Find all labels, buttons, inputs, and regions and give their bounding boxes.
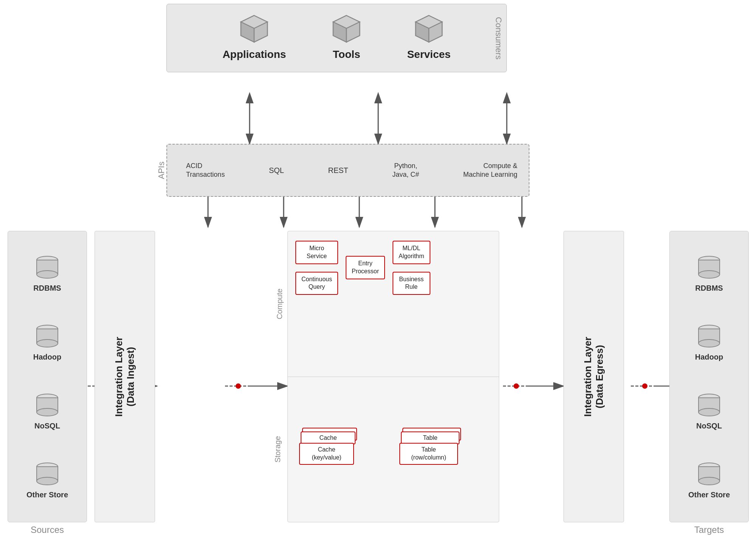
svg-point-15 [236,383,241,389]
svg-point-53 [699,271,720,278]
cache-stack: Cache Cache Cache(key/value) [299,434,354,465]
business-rule-box: BusinessRule [393,272,430,295]
target-other-label: Other Store [688,491,730,499]
targets-panel: RDBMS Hadoop NoSQL [669,231,749,522]
api-python: Python, Java, C# [392,162,419,179]
source-rdbms: RDBMS [33,254,61,293]
cylinder-icon-target-rdbms [696,254,722,281]
cylinder-icon-source-nosql [34,392,61,419]
targets-footer-label: Targets [694,525,724,535]
target-hadoop: Hadoop [695,323,723,361]
cylinder-icon-target-nosql [696,392,722,419]
svg-point-59 [699,408,720,416]
svg-point-18 [514,383,519,389]
source-hadoop: Hadoop [33,323,61,361]
source-rdbms-label: RDBMS [33,284,61,293]
integration-ingest-label: Integration Layer(Data Ingest) [113,337,136,417]
sources-footer-label: Sources [31,525,64,535]
compute-label: Compute [275,288,284,319]
applications-label: Applications [222,48,286,61]
consumer-services: Services [407,14,450,61]
continuous-query-box: ContinuousQuery [295,272,338,295]
core-section: Compute Storage MicroService ContinuousQ… [287,231,499,522]
apis-label: APIs [157,162,166,179]
cube-icon-applications [239,14,269,44]
consumer-tools: Tools [331,14,362,61]
svg-point-47 [37,408,58,416]
source-nosql: NoSQL [34,392,61,430]
svg-point-56 [699,340,720,347]
services-label: Services [407,48,450,61]
target-rdbms-label: RDBMS [695,284,723,293]
svg-point-62 [699,477,720,485]
cylinder-icon-source-other [34,461,61,487]
cube-icon-services [414,14,444,44]
source-other: Other Store [26,461,68,499]
entry-processor-box: EntryProcessor [346,256,385,279]
api-acid: ACID Transactions [186,162,225,179]
cylinder-icon-target-other [696,461,722,487]
tools-label: Tools [333,48,360,61]
cylinder-icon-source-rdbms [34,254,61,281]
consumer-applications: Applications [222,14,286,61]
apis-section: APIs ACID Transactions SQL REST Python, … [166,144,529,197]
consumers-section: Consumers Applications [166,4,507,72]
source-nosql-label: NoSQL [34,422,60,430]
table-box-2: Table [401,431,459,444]
target-rdbms: RDBMS [695,254,723,293]
cube-icon-tools [331,14,362,44]
svg-point-21 [642,383,647,389]
integration-ingest: Integration Layer(Data Ingest) [95,231,155,522]
table-stack: Table Table Table(row/column) [399,434,458,465]
storage-panel: Cache Cache Cache(key/value) Table Table… [288,377,499,522]
integration-egress: Integration Layer(Data Egress) [564,231,624,522]
target-nosql: NoSQL [696,392,722,430]
ml-dl-box: ML/DLAlgorithm [393,241,430,264]
target-hadoop-label: Hadoop [695,353,723,361]
cylinder-icon-target-hadoop [696,323,722,350]
cylinder-icon-source-hadoop [34,323,61,350]
table-box-3: Table(row/column) [399,443,458,465]
api-sql: SQL [269,166,284,175]
micro-service-box: MicroService [295,241,338,264]
svg-point-41 [37,271,58,278]
cache-box-2: Cache [301,431,355,444]
svg-point-44 [37,340,58,347]
cache-box-3: Cache(key/value) [299,443,354,465]
target-other: Other Store [688,461,730,499]
compute-panel: MicroService ContinuousQuery EntryProces… [288,231,499,377]
sources-panel: RDBMS Hadoop NoSQL [8,231,87,522]
consumers-label: Consumers [494,17,503,59]
target-nosql-label: NoSQL [696,422,722,430]
integration-egress-label: Integration Layer(Data Egress) [582,337,605,417]
source-other-label: Other Store [26,491,68,499]
api-rest: REST [328,166,348,175]
source-hadoop-label: Hadoop [33,353,61,361]
storage-label: Storage [273,436,282,463]
api-compute: Compute & Machine Learning [463,162,517,179]
svg-point-50 [37,477,58,485]
